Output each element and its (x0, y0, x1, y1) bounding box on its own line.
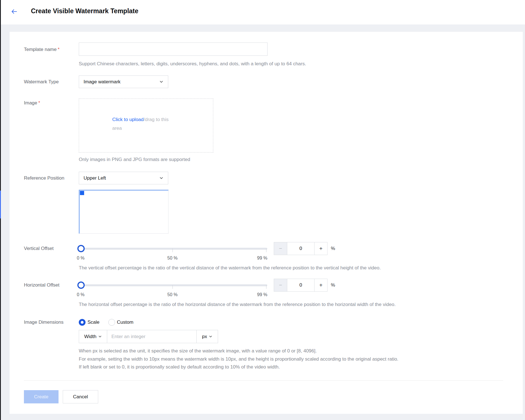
horizontal-offset-unit: % (331, 282, 335, 289)
plus-button[interactable]: + (314, 242, 327, 255)
image-label: Image* (24, 100, 40, 106)
vertical-offset-max-label: 99 % (252, 255, 272, 261)
plus-button[interactable]: + (314, 279, 327, 291)
horizontal-offset-max-label: 99 % (252, 292, 272, 298)
horizontal-offset-help: The horizontal offset percentage is the … (79, 301, 396, 308)
custom-radio-label[interactable]: Custom (117, 320, 134, 325)
dimension-note-1: When px is selected as the unit, it spec… (79, 348, 317, 354)
slider-tick-50 (172, 285, 173, 289)
page-header: Create Visible Watermark Template (1, 0, 525, 24)
scale-radio[interactable] (79, 319, 86, 326)
horizontal-offset-value-input[interactable] (287, 279, 314, 291)
horizontal-offset-slider-handle[interactable] (77, 282, 85, 289)
horizontal-offset-stepper: − + (274, 279, 327, 292)
position-preview-box (79, 190, 169, 234)
minus-button[interactable]: − (274, 242, 287, 255)
horizontal-offset-mid-label: 50 % (163, 292, 182, 298)
watermark-type-value: Image watermark (84, 79, 120, 85)
vertical-offset-label: Vertical Offset (24, 245, 54, 252)
upload-instructions: Click to upload/drag to this area (112, 115, 174, 133)
click-to-upload-link[interactable]: Click to upload (112, 117, 144, 122)
horizontal-offset-label: Horizontal Offset (24, 282, 59, 289)
required-asterisk: * (38, 100, 40, 105)
template-name-help: Support Chinese characters, letters, dig… (79, 61, 306, 67)
chevron-down-icon (159, 176, 163, 180)
page-title: Create Visible Watermark Template (31, 7, 138, 15)
template-name-label: Template name* (24, 46, 59, 53)
reference-position-select[interactable]: Upper Left (79, 172, 168, 184)
vertical-offset-slider-handle[interactable] (77, 245, 85, 252)
unit-value: px (202, 334, 207, 339)
create-watermark-template-page: Create Visible Watermark Template Templa… (0, 0, 525, 420)
slider-tick-99 (266, 249, 266, 252)
vertical-offset-min-label: 0 % (77, 255, 85, 261)
unit-select[interactable]: px (196, 330, 218, 343)
required-asterisk: * (58, 47, 59, 52)
vertical-offset-value-input[interactable] (287, 242, 314, 255)
reference-position-label: Reference Position (24, 175, 64, 182)
dimension-note-2: For example, setting the width to 10px m… (79, 356, 398, 363)
chevron-down-icon (159, 80, 163, 84)
minus-button[interactable]: − (274, 279, 287, 291)
template-name-input[interactable] (79, 43, 268, 56)
chevron-down-icon (98, 335, 102, 338)
image-dimensions-label: Image Dimensions (24, 319, 64, 326)
watermark-type-select[interactable]: Image watermark (79, 75, 168, 88)
back-arrow-icon[interactable] (10, 8, 18, 15)
cancel-button[interactable]: Cancel (63, 390, 98, 403)
image-format-help: Only images in PNG and JPG formats are s… (79, 156, 190, 163)
image-dimensions-radio-group: Scale Custom (79, 319, 142, 326)
dimension-value-input[interactable] (107, 330, 196, 343)
vertical-offset-unit: % (331, 245, 335, 252)
image-upload-dropzone[interactable]: Click to upload/drag to this area (79, 99, 213, 153)
chevron-down-icon (209, 335, 212, 338)
slider-tick-99 (266, 285, 266, 289)
slider-tick-50 (172, 249, 173, 252)
watermark-position-square (80, 191, 84, 195)
reference-position-value: Upper Left (84, 175, 106, 181)
dimension-type-select[interactable]: Width (79, 330, 107, 343)
dimension-type-value: Width (84, 334, 96, 339)
dimension-note-3: If left blank or set to 0, it is proport… (79, 364, 280, 370)
vertical-offset-mid-label: 50 % (163, 255, 182, 261)
footer-divider (24, 380, 503, 381)
template-name-label-text: Template name (24, 47, 57, 52)
image-label-text: Image (24, 100, 37, 106)
vertical-offset-stepper: − + (274, 242, 327, 255)
dimension-input-group: Width px (79, 330, 218, 343)
sidebar-scroll-indicator (0, 191, 1, 218)
create-button[interactable]: Create (24, 390, 59, 403)
custom-radio[interactable] (108, 319, 115, 326)
horizontal-offset-min-label: 0 % (77, 292, 85, 298)
vertical-offset-help: The vertical offset percentage is the ra… (79, 265, 381, 271)
scale-radio-label[interactable]: Scale (88, 320, 100, 325)
watermark-type-label: Watermark Type (24, 79, 59, 85)
collapsed-sidebar-strip (0, 0, 1, 420)
